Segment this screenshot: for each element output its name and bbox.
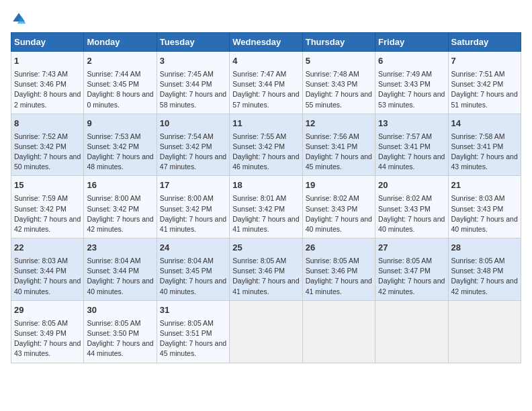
calendar-cell: 3Sunrise: 7:45 AMSunset: 3:44 PMDaylight… bbox=[157, 52, 229, 114]
daylight: Daylight: 7 hours and 46 minutes. bbox=[232, 152, 299, 171]
daylight: Daylight: 7 hours and 42 minutes. bbox=[87, 215, 153, 233]
daylight: Daylight: 7 hours and 40 minutes. bbox=[378, 215, 445, 233]
sunrise: Sunrise: 8:02 AM bbox=[378, 194, 432, 202]
sunset: Sunset: 3:50 PM bbox=[87, 329, 139, 337]
logo bbox=[11, 11, 30, 27]
sunset: Sunset: 3:42 PM bbox=[14, 205, 66, 213]
daylight: Daylight: 7 hours and 40 minutes. bbox=[87, 277, 153, 295]
sunset: Sunset: 3:46 PM bbox=[14, 80, 66, 88]
sunrise: Sunrise: 8:05 AM bbox=[14, 319, 68, 327]
daylight: Daylight: 7 hours and 50 minutes. bbox=[14, 152, 81, 171]
day-number: 2 bbox=[87, 55, 153, 68]
sunrise: Sunrise: 7:57 AM bbox=[378, 132, 432, 140]
day-number: 8 bbox=[14, 118, 81, 130]
col-header-wednesday: Wednesday bbox=[230, 33, 302, 52]
daylight: Daylight: 7 hours and 42 minutes. bbox=[451, 277, 518, 295]
week-row-4: 22Sunrise: 8:03 AMSunset: 3:44 PMDayligh… bbox=[11, 238, 521, 301]
sunrise: Sunrise: 7:55 AM bbox=[232, 132, 286, 140]
sunrise: Sunrise: 7:45 AM bbox=[160, 70, 214, 78]
calendar-cell: 29Sunrise: 8:05 AMSunset: 3:49 PMDayligh… bbox=[11, 300, 84, 363]
daylight: Daylight: 7 hours and 53 minutes. bbox=[378, 90, 445, 108]
sunset: Sunset: 3:43 PM bbox=[306, 80, 358, 88]
sunrise: Sunrise: 8:05 AM bbox=[306, 257, 359, 265]
calendar-cell: 9Sunrise: 7:53 AMSunset: 3:42 PMDaylight… bbox=[84, 113, 157, 176]
calendar-cell: 17Sunrise: 8:00 AMSunset: 3:42 PMDayligh… bbox=[157, 176, 229, 238]
week-row-2: 8Sunrise: 7:52 AMSunset: 3:42 PMDaylight… bbox=[11, 113, 521, 176]
day-number: 15 bbox=[14, 179, 81, 192]
calendar-cell: 10Sunrise: 7:54 AMSunset: 3:42 PMDayligh… bbox=[157, 113, 229, 176]
daylight: Daylight: 7 hours and 57 minutes. bbox=[232, 90, 299, 108]
sunrise: Sunrise: 7:49 AM bbox=[378, 70, 432, 78]
day-number: 4 bbox=[232, 55, 299, 68]
sunrise: Sunrise: 8:05 AM bbox=[378, 257, 432, 265]
calendar-cell: 19Sunrise: 8:02 AMSunset: 3:43 PMDayligh… bbox=[302, 176, 375, 238]
col-header-thursday: Thursday bbox=[302, 33, 375, 52]
daylight: Daylight: 7 hours and 40 minutes. bbox=[451, 215, 518, 233]
calendar-cell: 5Sunrise: 7:48 AMSunset: 3:43 PMDaylight… bbox=[302, 52, 375, 114]
day-number: 29 bbox=[14, 304, 81, 317]
calendar-cell: 14Sunrise: 7:58 AMSunset: 3:41 PMDayligh… bbox=[448, 113, 521, 176]
calendar-cell: 15Sunrise: 7:59 AMSunset: 3:42 PMDayligh… bbox=[11, 176, 84, 238]
sunrise: Sunrise: 7:53 AM bbox=[87, 132, 140, 140]
day-number: 10 bbox=[160, 118, 226, 130]
calendar-cell: 28Sunrise: 8:05 AMSunset: 3:48 PMDayligh… bbox=[448, 238, 521, 301]
sunrise: Sunrise: 8:01 AM bbox=[232, 194, 286, 202]
calendar-cell bbox=[230, 300, 302, 363]
sunset: Sunset: 3:45 PM bbox=[87, 80, 139, 88]
calendar-cell: 22Sunrise: 8:03 AMSunset: 3:44 PMDayligh… bbox=[11, 238, 84, 301]
week-row-3: 15Sunrise: 7:59 AMSunset: 3:42 PMDayligh… bbox=[11, 176, 521, 238]
day-number: 19 bbox=[306, 179, 372, 192]
sunrise: Sunrise: 7:44 AM bbox=[87, 70, 140, 78]
sunrise: Sunrise: 8:00 AM bbox=[87, 194, 140, 202]
daylight: Daylight: 7 hours and 43 minutes. bbox=[14, 339, 81, 357]
calendar-cell: 8Sunrise: 7:52 AMSunset: 3:42 PMDaylight… bbox=[11, 113, 84, 176]
header-row: SundayMondayTuesdayWednesdayThursdayFrid… bbox=[11, 33, 521, 52]
day-number: 3 bbox=[160, 55, 226, 68]
day-number: 7 bbox=[451, 55, 518, 68]
sunrise: Sunrise: 8:04 AM bbox=[87, 257, 140, 265]
calendar-cell: 16Sunrise: 8:00 AMSunset: 3:42 PMDayligh… bbox=[84, 176, 157, 238]
day-number: 27 bbox=[378, 242, 445, 255]
sunset: Sunset: 3:43 PM bbox=[378, 80, 431, 88]
day-number: 20 bbox=[378, 179, 445, 192]
daylight: Daylight: 8 hours and 0 minutes. bbox=[87, 90, 153, 108]
sunrise: Sunrise: 7:54 AM bbox=[160, 132, 214, 140]
daylight: Daylight: 7 hours and 51 minutes. bbox=[451, 90, 518, 108]
sunrise: Sunrise: 8:03 AM bbox=[451, 194, 505, 202]
sunset: Sunset: 3:41 PM bbox=[378, 142, 431, 150]
sunrise: Sunrise: 7:43 AM bbox=[14, 70, 68, 78]
calendar-cell: 27Sunrise: 8:05 AMSunset: 3:47 PMDayligh… bbox=[375, 238, 448, 301]
day-number: 16 bbox=[87, 179, 153, 192]
sunrise: Sunrise: 8:02 AM bbox=[306, 194, 359, 202]
calendar-cell: 21Sunrise: 8:03 AMSunset: 3:43 PMDayligh… bbox=[448, 176, 521, 238]
calendar-cell: 20Sunrise: 8:02 AMSunset: 3:43 PMDayligh… bbox=[375, 176, 448, 238]
daylight: Daylight: 7 hours and 48 minutes. bbox=[87, 152, 153, 171]
sunset: Sunset: 3:44 PM bbox=[87, 267, 139, 275]
daylight: Daylight: 7 hours and 41 minutes. bbox=[232, 277, 299, 295]
day-number: 25 bbox=[232, 242, 299, 255]
sunrise: Sunrise: 7:48 AM bbox=[306, 70, 359, 78]
col-header-sunday: Sunday bbox=[11, 33, 84, 52]
daylight: Daylight: 7 hours and 41 minutes. bbox=[306, 277, 372, 295]
sunrise: Sunrise: 8:05 AM bbox=[87, 319, 140, 327]
sunrise: Sunrise: 7:51 AM bbox=[451, 70, 505, 78]
daylight: Daylight: 7 hours and 58 minutes. bbox=[160, 90, 226, 108]
sunrise: Sunrise: 7:52 AM bbox=[14, 132, 68, 140]
sunset: Sunset: 3:43 PM bbox=[378, 205, 431, 213]
daylight: Daylight: 7 hours and 55 minutes. bbox=[306, 90, 372, 108]
sunrise: Sunrise: 8:04 AM bbox=[160, 257, 214, 265]
day-number: 12 bbox=[306, 118, 372, 130]
sunset: Sunset: 3:42 PM bbox=[87, 205, 139, 213]
day-number: 26 bbox=[306, 242, 372, 255]
calendar-cell bbox=[375, 300, 448, 363]
sunset: Sunset: 3:44 PM bbox=[160, 80, 212, 88]
daylight: Daylight: 7 hours and 45 minutes. bbox=[160, 339, 226, 357]
week-row-1: 1Sunrise: 7:43 AMSunset: 3:46 PMDaylight… bbox=[11, 52, 521, 114]
sunrise: Sunrise: 8:05 AM bbox=[160, 319, 214, 327]
day-number: 11 bbox=[232, 118, 299, 130]
daylight: Daylight: 7 hours and 41 minutes. bbox=[232, 215, 299, 233]
day-number: 23 bbox=[87, 242, 153, 255]
calendar-cell: 7Sunrise: 7:51 AMSunset: 3:42 PMDaylight… bbox=[448, 52, 521, 114]
col-header-saturday: Saturday bbox=[448, 33, 521, 52]
calendar-cell: 13Sunrise: 7:57 AMSunset: 3:41 PMDayligh… bbox=[375, 113, 448, 176]
